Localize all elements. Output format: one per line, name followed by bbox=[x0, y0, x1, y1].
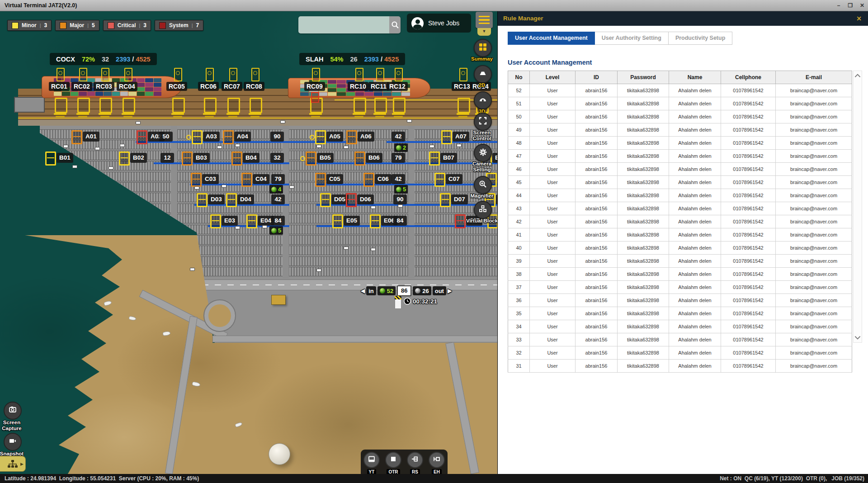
table-row[interactable]: 50Userabrain156tikitaka632898Ahalahm del… bbox=[508, 110, 852, 123]
block-label-c05[interactable]: C05 bbox=[326, 174, 343, 184]
block-label-a03[interactable]: A03 bbox=[203, 132, 220, 142]
virtual-block-button[interactable] bbox=[474, 201, 492, 219]
tab-user-authority-setting[interactable]: User Authority Setting bbox=[595, 32, 669, 45]
table-row[interactable]: 45Userabrain156tikitaka632898Ahalahm del… bbox=[508, 176, 852, 189]
close-button[interactable]: ✕ bbox=[856, 2, 868, 9]
column-header[interactable]: No bbox=[508, 71, 530, 84]
berth-info-cocx[interactable]: COCX72%322393/4525 bbox=[50, 53, 157, 65]
alert-system[interactable]: System|7 bbox=[155, 20, 203, 31]
gate-out-arrow[interactable]: ▶ bbox=[448, 288, 452, 294]
table-row[interactable]: 41Userabrain156tikitaka632898Ahalahm del… bbox=[508, 228, 852, 242]
table-row[interactable]: 38Userabrain156tikitaka632898Ahalahm del… bbox=[508, 268, 852, 281]
block-label-a01[interactable]: A01 bbox=[83, 132, 99, 142]
block-label-b04[interactable]: B04 bbox=[243, 153, 259, 163]
tab-productivity-setup[interactable]: Productivity Setup bbox=[669, 32, 732, 45]
tab-user-account-management[interactable]: User Account Management bbox=[508, 32, 595, 45]
table-row[interactable]: 44Userabrain156tikitaka632898Ahalahm del… bbox=[508, 189, 852, 202]
block-label-b06[interactable]: B06 bbox=[366, 153, 382, 163]
maximize-button[interactable]: ❒ bbox=[844, 2, 856, 9]
otr-toggle[interactable]: OTR bbox=[385, 452, 401, 474]
summary-button[interactable] bbox=[474, 39, 492, 57]
alert-major[interactable]: Major|5 bbox=[55, 20, 99, 31]
block-label-b05[interactable]: B05 bbox=[317, 153, 334, 163]
table-row[interactable]: 37Userabrain156tikitaka632898Ahalahm del… bbox=[508, 281, 852, 294]
crane-label-rc10[interactable]: RC10 bbox=[348, 82, 368, 91]
block-label-d06[interactable]: D06 bbox=[357, 194, 374, 204]
column-header[interactable]: Name bbox=[669, 71, 721, 84]
search-box[interactable] bbox=[298, 16, 401, 33]
screen-capture-button[interactable] bbox=[4, 402, 22, 420]
minimize-button[interactable]: – bbox=[833, 2, 844, 9]
table-row[interactable]: 31Userabrain156tikitaka632898Ahalahm del… bbox=[508, 360, 852, 373]
crane-label-rc07[interactable]: RC07 bbox=[222, 82, 242, 91]
block-label-e03[interactable]: E03 bbox=[222, 216, 238, 226]
table-row[interactable]: 46Userabrain156tikitaka632898Ahalahm del… bbox=[508, 163, 852, 176]
block-label-b03[interactable]: B03 bbox=[193, 153, 210, 163]
table-row[interactable]: 49Userabrain156tikitaka632898Ahalahm del… bbox=[508, 123, 852, 137]
block-label-c03[interactable]: C03 bbox=[202, 174, 219, 184]
table-row[interactable]: 42Userabrain156tikitaka632898Ahalahm del… bbox=[508, 215, 852, 228]
magnifier-button[interactable] bbox=[474, 176, 492, 194]
table-row[interactable]: 35Userabrain156tikitaka632898Ahalahm del… bbox=[508, 307, 852, 320]
camera-setting-button[interactable] bbox=[474, 144, 492, 162]
rs-toggle[interactable]: RS bbox=[407, 452, 423, 474]
column-header[interactable]: Password bbox=[618, 71, 669, 84]
crane-label-rc01[interactable]: RC01 bbox=[49, 82, 70, 91]
crane-label-rc05[interactable]: RC05 bbox=[166, 82, 187, 91]
terminal-map[interactable]: RC01RC02RC03RC04RC05RC06RC07RC08RC09RC10… bbox=[0, 0, 497, 474]
block-label-a04[interactable]: A04 bbox=[234, 132, 251, 142]
column-header[interactable]: Level bbox=[530, 71, 576, 84]
block-label-b07[interactable]: B07 bbox=[440, 153, 457, 163]
gate-in-arrow[interactable]: ◀ bbox=[361, 288, 365, 294]
table-row[interactable]: 34Userabrain156tikitaka632898Ahalahm del… bbox=[508, 320, 852, 333]
table-scrollbar[interactable] bbox=[853, 71, 862, 343]
sitemap-tab[interactable]: ▶ bbox=[0, 456, 26, 472]
crane-label-rc09[interactable]: RC09 bbox=[304, 82, 325, 91]
alert-minor[interactable]: Minor|3 bbox=[7, 20, 52, 31]
yt-toggle[interactable]: YT bbox=[363, 452, 380, 474]
alert-critical[interactable]: Critical|3 bbox=[103, 20, 151, 31]
table-row[interactable]: 43Userabrain156tikitaka632898Ahalahm del… bbox=[508, 202, 852, 215]
column-header[interactable]: ID bbox=[576, 71, 618, 84]
column-header[interactable]: E-mail bbox=[776, 71, 852, 84]
crane-label-rc06[interactable]: RC06 bbox=[198, 82, 219, 91]
block-label-c07[interactable]: C07 bbox=[446, 174, 462, 184]
block-label-c06[interactable]: C06 bbox=[375, 174, 392, 184]
eh-toggle[interactable]: EH bbox=[429, 452, 445, 474]
table-row[interactable]: 52Userabrain156tikitaka632898Ahalahm del… bbox=[508, 84, 852, 97]
table-row[interactable]: 47Userabrain156tikitaka632898Ahalahm del… bbox=[508, 150, 852, 163]
search-input[interactable] bbox=[298, 16, 389, 33]
table-row[interactable]: 33Userabrain156tikitaka632898Ahalahm del… bbox=[508, 333, 852, 346]
view-3d-button[interactable] bbox=[474, 91, 492, 109]
block-label-d03[interactable]: D03 bbox=[208, 194, 225, 204]
crane-label-rc12[interactable]: RC12 bbox=[387, 82, 408, 91]
user-menu[interactable]: Steve Jobs bbox=[407, 14, 471, 33]
column-header[interactable]: Cellphone bbox=[721, 71, 776, 84]
table-row[interactable]: 36Userabrain156tikitaka632898Ahalahm del… bbox=[508, 294, 852, 307]
table-row[interactable]: 32Userabrain156tikitaka632898Ahalahm del… bbox=[508, 346, 852, 360]
view-2d-button[interactable] bbox=[474, 65, 492, 83]
block-label-b02[interactable]: B02 bbox=[130, 153, 147, 163]
block-label-a05[interactable]: A05 bbox=[326, 132, 343, 142]
search-button[interactable] bbox=[389, 16, 401, 33]
table-row[interactable]: 40Userabrain156tikitaka632898Ahalahm del… bbox=[508, 242, 852, 255]
table-row[interactable]: 39Userabrain156tikitaka632898Ahalahm del… bbox=[508, 255, 852, 268]
snapshot-button[interactable] bbox=[4, 433, 22, 451]
crane-label-rc02[interactable]: RC02 bbox=[71, 82, 92, 91]
crane-label-rc11[interactable]: RC11 bbox=[368, 82, 389, 91]
table-row[interactable]: 51Userabrain156tikitaka632898Ahalahm del… bbox=[508, 97, 852, 110]
block-label-c04[interactable]: C04 bbox=[253, 174, 269, 184]
crane-label-rc04[interactable]: RC04 bbox=[117, 82, 137, 91]
screen-control-button[interactable] bbox=[474, 113, 492, 131]
block-label-a06[interactable]: A06 bbox=[358, 132, 374, 142]
menu-collapse-tab[interactable]: ▼ bbox=[477, 28, 491, 36]
block-label-e05[interactable]: E05 bbox=[344, 216, 360, 226]
crane-label-rc08[interactable]: RC08 bbox=[244, 82, 264, 91]
table-row[interactable]: 48Userabrain156tikitaka632898Ahalahm del… bbox=[508, 137, 852, 150]
crane-label-rc03[interactable]: RC03 bbox=[94, 82, 114, 91]
block-label-b01[interactable]: B01 bbox=[57, 153, 73, 163]
panel-close-icon[interactable]: ✕ bbox=[850, 15, 868, 22]
menu-button[interactable] bbox=[476, 12, 493, 28]
berth-info-slah[interactable]: SLAH54%262393/4525 bbox=[299, 53, 405, 65]
block-label-d04[interactable]: D04 bbox=[237, 194, 254, 204]
